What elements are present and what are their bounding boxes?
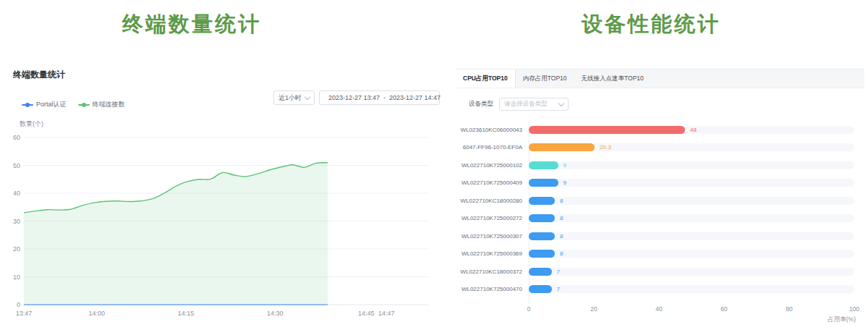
bar-track: 20.3 (529, 143, 854, 151)
date-range-separator: - (383, 94, 386, 101)
x-tick-label: 13:47 (16, 310, 33, 317)
legend-label: Portal认证 (36, 100, 67, 109)
bar (529, 250, 555, 258)
legend-item-portal[interactable]: Portal认证 (22, 100, 67, 109)
chart-legend: Portal认证 终端连接数 (22, 100, 125, 109)
tab-wireless-rate-top10[interactable]: 无线接入点速率TOP10 (574, 69, 651, 88)
bar-category-label: WL022710K725000272 (456, 215, 529, 221)
performance-tabbar: CPU占用TOP10 内存占用TOP10 无线接入点速率TOP10 (456, 69, 864, 88)
y-tick-label: 60 (13, 134, 20, 141)
bar (529, 232, 555, 240)
time-range-select[interactable]: 近1小时 (273, 90, 315, 105)
y-tick-label: 30 (13, 218, 20, 225)
dashboard: 终端数量统计 设备性能统计 终端数量统计 近1小时 2023-12-27 13:… (0, 0, 868, 330)
bar (529, 214, 555, 222)
bar (529, 143, 595, 151)
bar (529, 285, 552, 293)
device-type-filter: 设备类型 请选择设备类型 (469, 98, 569, 111)
y-tick-label: 50 (13, 162, 20, 169)
date-range-start: 2023-12-27 13:47 (328, 94, 380, 101)
bar (529, 161, 558, 169)
bar-value-label: 8 (560, 197, 563, 205)
bar-chart-x-axis-label: 占用率(%) (827, 316, 856, 324)
tab-cpu-top10[interactable]: CPU占用TOP10 (456, 69, 516, 88)
bar-row: WL022710K7250004707 (456, 281, 864, 299)
bar-chart-x-ticks: 020406080100 (529, 305, 854, 313)
bar-category-label: WL023610KC06000043 (456, 127, 529, 133)
terminal-series-area (24, 163, 328, 305)
bar-category-label: WL022710K725000307 (456, 233, 529, 240)
x-tick-label: 14:30 (267, 310, 284, 317)
bar-category-label: 6047-FF96-1070-EF0A (456, 144, 529, 151)
bar-track: 8 (529, 197, 854, 205)
bar-row: WL022710K7250001029 (456, 156, 864, 174)
bar-track: 7 (529, 268, 854, 276)
bar-row: WL022710K7250003078 (456, 227, 864, 245)
device-type-placeholder: 请选择设备类型 (504, 100, 548, 109)
bar-track: 8 (529, 214, 854, 222)
y-tick-label: 10 (13, 274, 20, 281)
bar-track: 9 (529, 161, 854, 169)
x-tick-label: 14:47 (378, 310, 395, 317)
chevron-down-icon (558, 101, 564, 106)
chevron-down-icon (305, 94, 310, 100)
bar-value-label: 7 (557, 285, 560, 293)
bar-track: 8 (529, 250, 854, 258)
device-performance-panel: CPU占用TOP10 内存占用TOP10 无线接入点速率TOP10 设备类型 请… (456, 69, 864, 330)
bar (529, 268, 552, 276)
bar-track: 7 (529, 285, 854, 293)
bar-category-label: WL022710K725000102 (456, 162, 529, 169)
time-range-value: 近1小时 (278, 93, 302, 103)
bar-row: WL022710KC180003727 (456, 263, 864, 281)
bar (529, 179, 558, 187)
device-type-select[interactable]: 请选择设备类型 (499, 98, 569, 111)
bar-category-label: WL022710KC18000280 (456, 198, 529, 204)
bar-row: WL022710K7250004099 (456, 174, 864, 192)
x-tick-label: 40 (655, 305, 662, 313)
tab-memory-top10[interactable]: 内存占用TOP10 (516, 69, 574, 88)
bar-row: 6047-FF96-1070-EF0A20.3 (456, 139, 864, 157)
legend-label: 终端连接数 (93, 100, 125, 109)
terminal-count-panel: 终端数量统计 近1小时 2023-12-27 13:47 - 2023-12-2… (0, 62, 443, 330)
terminal-count-line-chart: 数量(个)010203040506013:4714:0014:1514:3014… (0, 116, 443, 330)
bar-row: WL022710K7250003698 (456, 245, 864, 263)
legend-marker-portal (22, 103, 33, 107)
bar-row: WL023610KC0600004348 (456, 121, 864, 139)
y-tick-label: 0 (17, 301, 20, 308)
legend-marker-terminal (78, 103, 90, 107)
bar-value-label: 8 (560, 214, 563, 222)
bar-category-label: WL022710K725000409 (456, 179, 529, 186)
x-tick-label: 14:15 (178, 310, 195, 317)
bar-category-label: WL022710K725000369 (456, 250, 529, 257)
bar-value-label: 9 (563, 161, 566, 169)
bar-value-label: 8 (560, 250, 563, 258)
legend-item-terminal[interactable]: 终端连接数 (78, 100, 125, 109)
bar-row: WL022710KC180002808 (456, 192, 864, 210)
bar-row: WL022710K7250002728 (456, 210, 864, 228)
panel-title: 终端数量统计 (13, 69, 65, 81)
bar-track: 9 (529, 179, 854, 187)
right-section-title: 设备性能统计 (463, 10, 839, 39)
y-tick-label: 20 (13, 245, 20, 253)
bar-value-label: 9 (563, 179, 566, 187)
date-range-picker[interactable]: 2023-12-27 13:47 - 2023-12-27 14:47 (319, 90, 440, 105)
y-axis-title: 数量(个) (20, 120, 43, 127)
bar-value-label: 8 (560, 232, 563, 240)
bar-value-label: 48 (690, 126, 697, 134)
bar-track: 48 (529, 126, 854, 134)
bar-value-label: 7 (557, 268, 560, 276)
bar (529, 126, 685, 134)
left-section-title: 终端数量统计 (0, 10, 383, 39)
x-tick-label: 100 (849, 305, 859, 313)
bar-category-label: WL022710KC18000372 (456, 268, 529, 275)
y-tick-label: 40 (13, 190, 20, 197)
x-tick-label: 60 (720, 305, 727, 313)
device-type-label: 设备类型 (469, 100, 493, 109)
x-tick-label: 14:00 (89, 310, 106, 317)
bar-category-label: WL022710K725000470 (456, 286, 529, 292)
date-range-end: 2023-12-27 14:47 (389, 94, 441, 101)
cpu-top10-bar-chart: WL023610KC06000043486047-FF96-1070-EF0A2… (456, 121, 864, 298)
x-tick-label: 14:45 (358, 310, 375, 317)
x-tick-label: 80 (786, 305, 792, 313)
x-tick-label: 20 (590, 305, 597, 313)
